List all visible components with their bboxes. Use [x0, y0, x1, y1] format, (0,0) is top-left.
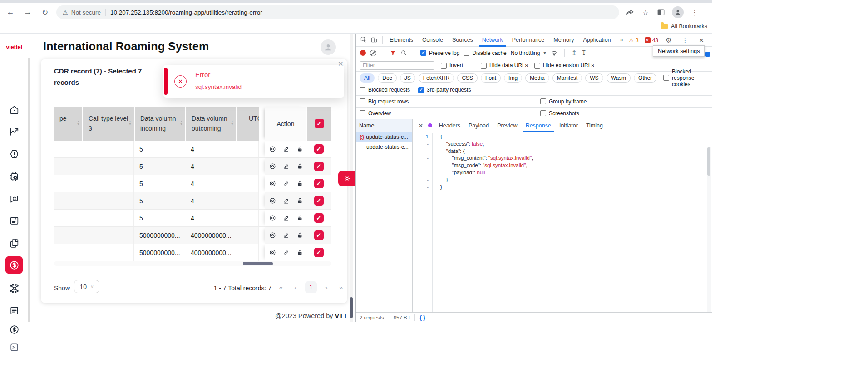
checkbox-unchecked-icon[interactable] — [464, 50, 469, 56]
bookmark-star-icon[interactable]: ☆ — [641, 8, 650, 17]
view-icon[interactable] — [269, 180, 276, 187]
devtools-tab-performance[interactable]: Performance — [508, 34, 549, 47]
column-header-utc[interactable]: UTC — [236, 107, 259, 141]
filter-input[interactable]: Filter — [360, 61, 434, 70]
lock-icon[interactable] — [296, 197, 304, 205]
prev-page-button[interactable]: ‹ — [291, 282, 301, 293]
export-har-icon[interactable]: ↧ — [581, 49, 587, 57]
record-network-log-icon[interactable] — [360, 50, 366, 56]
network-conditions-icon[interactable] — [551, 49, 558, 57]
column-header-data-volumn-outcoming[interactable]: Data volumn outcoming▲▼ — [185, 107, 236, 141]
sort-icon[interactable]: ▲▼ — [77, 120, 80, 126]
current-page-button[interactable]: 1 — [305, 281, 317, 293]
view-icon[interactable] — [269, 162, 276, 170]
devtools-tab-memory[interactable]: Memory — [549, 34, 578, 47]
overview-checkbox[interactable]: Overview — [360, 110, 391, 117]
side-panel-icon[interactable] — [656, 8, 666, 17]
hide-extension-urls-checkbox[interactable]: Hide extension URLs — [534, 62, 594, 69]
type-chip-all[interactable]: All — [360, 74, 375, 83]
filter-funnel-icon[interactable] — [390, 49, 396, 56]
sidebar-item-list[interactable] — [5, 301, 23, 319]
more-tabs-icon[interactable]: » — [616, 34, 628, 47]
invert-checkbox[interactable]: Invert — [441, 62, 463, 69]
type-chip-font[interactable]: Font — [481, 74, 501, 83]
browser-profile-avatar[interactable] — [672, 6, 684, 18]
url-text[interactable]: 10.207.252.135:8200/roaming-app/utilitie… — [110, 9, 262, 16]
browser-menu-icon[interactable]: ⋮ — [690, 8, 699, 17]
column-header-call-type-level3[interactable]: Call type level 3▲▼ — [82, 107, 134, 141]
errors-badge[interactable]: ✕43 — [645, 37, 658, 44]
row-checkbox-checked[interactable]: ✓ — [314, 248, 324, 257]
devtools-tab-elements[interactable]: Elements — [385, 34, 418, 47]
next-page-button[interactable]: › — [321, 282, 331, 293]
row-checkbox-checked[interactable]: ✓ — [314, 162, 324, 171]
page-size-select[interactable]: 10 ∨ — [74, 280, 99, 293]
sidebar-scrollbar[interactable] — [28, 58, 30, 322]
search-icon[interactable] — [400, 49, 407, 56]
sidebar-item-home[interactable] — [5, 101, 23, 119]
toast-close-icon[interactable]: ✕ — [338, 60, 344, 68]
response-scrollbar[interactable] — [707, 147, 711, 319]
table-horizontal-scrollbar[interactable] — [54, 261, 331, 266]
devtools-settings-gear-icon[interactable]: ⚙ — [664, 36, 673, 45]
detail-tab-initiator[interactable]: Initiator — [555, 119, 582, 132]
type-chip-css[interactable]: CSS — [457, 74, 478, 83]
edit-icon[interactable] — [282, 231, 290, 239]
address-bar[interactable]: ⚠ Not secure 10.207.252.135:8200/roaming… — [56, 5, 619, 19]
request-item[interactable]: {:}update-status-c... — [356, 132, 412, 142]
name-column-header[interactable]: Name — [356, 119, 412, 132]
lock-icon[interactable] — [296, 214, 304, 222]
blocked-requests-checkbox[interactable]: Blocked requests — [360, 87, 410, 93]
devtools-tab-sources[interactable]: Sources — [448, 34, 478, 47]
column-header-select[interactable]: ✓ — [306, 107, 331, 141]
lock-icon[interactable] — [296, 249, 304, 256]
devtools-close-icon[interactable]: ✕ — [697, 36, 706, 45]
type-chip-media[interactable]: Media — [525, 74, 549, 83]
detail-tab-headers[interactable]: Headers — [435, 119, 464, 132]
screenshots-checkbox[interactable]: Screenshots — [540, 110, 579, 117]
row-checkbox-checked[interactable]: ✓ — [314, 179, 324, 188]
sidebar-item-chip-settings[interactable] — [5, 167, 23, 186]
close-detail-icon[interactable]: ✕ — [418, 122, 424, 129]
edit-icon[interactable] — [282, 162, 290, 170]
sidebar-item-line-chart[interactable] — [5, 122, 23, 141]
checkbox-checked-icon[interactable] — [420, 50, 426, 56]
preserve-log-checkbox[interactable]: Preserve log — [420, 50, 459, 56]
sidebar-item-chat-sync[interactable] — [5, 190, 23, 208]
lock-icon[interactable] — [296, 180, 304, 187]
devtools-tab-console[interactable]: Console — [418, 34, 448, 47]
request-item[interactable]: update-status-c... — [356, 142, 412, 152]
type-chip-manifest[interactable]: Manifest — [552, 74, 582, 83]
response-scroll-thumb[interactable] — [707, 147, 710, 176]
devtools-tab-application[interactable]: Application — [578, 34, 615, 47]
settings-floating-button[interactable] — [338, 171, 355, 186]
sort-icon[interactable]: ▲▼ — [231, 120, 234, 126]
sort-icon[interactable]: ▲▼ — [128, 120, 132, 126]
disable-cache-checkbox[interactable]: Disable cache — [464, 50, 506, 56]
sidebar-item-dollar[interactable] — [5, 256, 23, 274]
select-all-checkbox[interactable]: ✓ — [315, 119, 324, 128]
detail-tab-payload[interactable]: Payload — [464, 119, 493, 132]
vertical-scroll-thumb[interactable] — [350, 297, 353, 318]
sidebar-item-dollar-circle[interactable] — [5, 320, 23, 338]
edit-icon[interactable] — [282, 214, 290, 222]
view-icon[interactable] — [269, 197, 276, 205]
edit-icon[interactable] — [282, 180, 290, 187]
import-har-icon[interactable]: ↥ — [571, 49, 577, 57]
view-icon[interactable] — [269, 214, 276, 222]
sidebar-item-document[interactable] — [5, 211, 23, 230]
row-checkbox-checked[interactable]: ✓ — [314, 213, 324, 223]
type-chip-fetch-xhr[interactable]: Fetch/XHR — [419, 74, 454, 83]
last-page-button[interactable]: » — [336, 282, 346, 293]
view-icon[interactable] — [269, 249, 276, 256]
hide-data-urls-checkbox[interactable]: Hide data URLs — [481, 62, 528, 69]
reload-icon[interactable]: ↻ — [38, 5, 52, 19]
type-chip-ws[interactable]: WS — [585, 74, 603, 83]
view-icon[interactable] — [269, 231, 276, 239]
group-by-frame-checkbox[interactable]: Group by frame — [540, 98, 587, 105]
edit-icon[interactable] — [282, 249, 290, 256]
type-chip-img[interactable]: Img — [504, 74, 522, 83]
sidebar-item-collapse-sidebar[interactable] — [5, 338, 23, 356]
warnings-badge[interactable]: ⚠ 3 — [629, 37, 638, 44]
row-checkbox-checked[interactable]: ✓ — [314, 144, 324, 154]
